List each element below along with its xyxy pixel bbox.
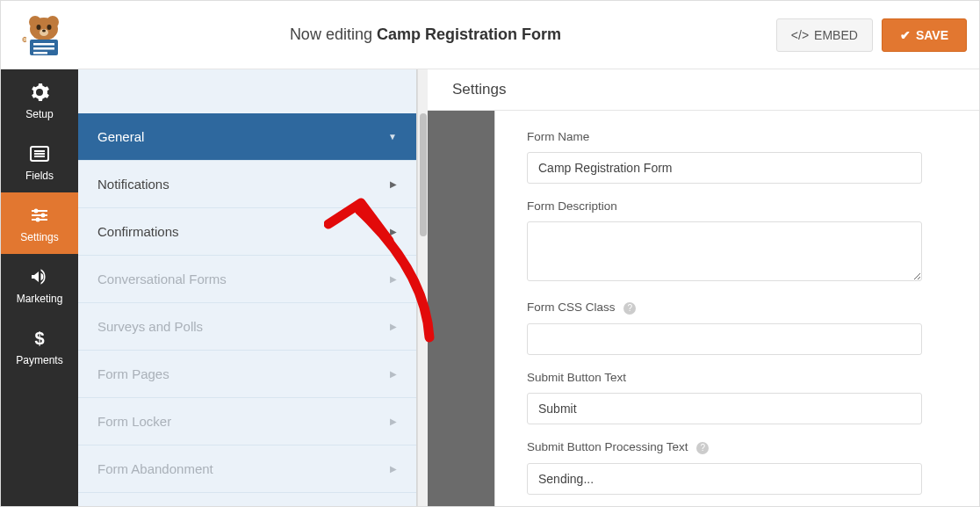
chevron-right-icon: ▶ bbox=[390, 416, 397, 426]
form-css-label: Form CSS Class ? bbox=[527, 301, 948, 315]
main-nav: Setup Fields Settings Marketing bbox=[1, 69, 78, 506]
scrollbar[interactable] bbox=[417, 69, 428, 506]
nav-fields[interactable]: Fields bbox=[1, 131, 78, 192]
settings-sidebar: General ▼ Notifications ▶ Confirmations … bbox=[78, 69, 428, 506]
svg-point-20 bbox=[36, 218, 40, 222]
check-icon: ✔ bbox=[900, 28, 911, 42]
svg-point-3 bbox=[37, 25, 41, 30]
settings-item-form-locker[interactable]: Form Locker ▶ bbox=[78, 398, 416, 445]
sliders-icon bbox=[29, 205, 50, 226]
content-area: Settings Form Name Form Description bbox=[428, 69, 979, 506]
app-logo bbox=[13, 9, 75, 62]
nav-setup-label: Setup bbox=[25, 108, 53, 120]
chevron-right-icon: ▶ bbox=[390, 369, 397, 379]
nav-settings[interactable]: Settings bbox=[1, 192, 78, 254]
settings-item-label: Conversational Forms bbox=[97, 272, 227, 286]
svg-point-16 bbox=[34, 209, 39, 214]
form-css-input[interactable] bbox=[527, 323, 922, 355]
settings-item-label: Confirmations bbox=[97, 224, 179, 239]
content-title: Settings bbox=[428, 69, 979, 111]
form-name-label: Form Name bbox=[527, 130, 948, 143]
save-button[interactable]: ✔ SAVE bbox=[882, 18, 967, 52]
nav-settings-label: Settings bbox=[20, 231, 58, 243]
settings-item-label: Form Locker bbox=[97, 414, 171, 429]
bullhorn-icon bbox=[29, 266, 50, 287]
embed-button-label: EMBED bbox=[814, 28, 858, 42]
save-button-label: SAVE bbox=[916, 28, 948, 42]
submit-text-input[interactable] bbox=[527, 393, 922, 424]
nav-payments[interactable]: $ Payments bbox=[1, 315, 78, 377]
settings-item-label: Form Pages bbox=[97, 366, 169, 381]
svg-text:$: $ bbox=[34, 329, 44, 348]
help-icon[interactable]: ? bbox=[696, 442, 709, 454]
settings-item-conversational-forms[interactable]: Conversational Forms ▶ bbox=[78, 256, 416, 303]
list-icon bbox=[29, 143, 50, 164]
submit-text-label: Submit Button Text bbox=[527, 371, 948, 384]
nav-setup[interactable]: Setup bbox=[1, 69, 78, 131]
settings-item-label: Surveys and Polls bbox=[97, 319, 203, 334]
settings-item-label: Notifications bbox=[97, 177, 169, 192]
svg-rect-9 bbox=[33, 47, 54, 50]
settings-item-surveys-polls[interactable]: Surveys and Polls ▶ bbox=[78, 303, 416, 351]
gear-icon bbox=[29, 82, 50, 103]
nav-fields-label: Fields bbox=[25, 170, 54, 182]
chevron-right-icon: ▶ bbox=[390, 274, 397, 284]
form-description-label: Form Description bbox=[527, 199, 948, 213]
dollar-icon: $ bbox=[29, 328, 50, 349]
chevron-right-icon: ▶ bbox=[390, 322, 397, 331]
nav-marketing[interactable]: Marketing bbox=[1, 254, 78, 315]
content-gutter bbox=[428, 111, 461, 506]
nav-payments-label: Payments bbox=[16, 354, 62, 366]
submit-processing-label: Submit Button Processing Text ? bbox=[527, 440, 948, 454]
settings-item-notifications[interactable]: Notifications ▶ bbox=[78, 161, 416, 208]
scrollbar-thumb[interactable] bbox=[420, 113, 427, 236]
chevron-right-icon: ▶ bbox=[390, 179, 397, 189]
settings-item-label: General bbox=[97, 129, 144, 144]
svg-point-18 bbox=[41, 214, 46, 218]
settings-item-form-pages[interactable]: Form Pages ▶ bbox=[78, 351, 416, 398]
chevron-right-icon: ▶ bbox=[390, 227, 397, 236]
settings-form: Form Name Form Description Form CSS Clas… bbox=[494, 111, 979, 506]
chevron-down-icon: ▼ bbox=[388, 132, 397, 141]
settings-item-general[interactable]: General ▼ bbox=[78, 113, 416, 161]
svg-rect-8 bbox=[33, 43, 54, 46]
editing-title: Now editing Camp Registration Form bbox=[75, 25, 776, 44]
settings-item-form-abandonment[interactable]: Form Abandonment ▶ bbox=[78, 445, 416, 493]
settings-item-label: Form Abandonment bbox=[97, 461, 213, 476]
submit-processing-input[interactable] bbox=[527, 463, 922, 495]
topbar: Now editing Camp Registration Form </> E… bbox=[1, 1, 979, 69]
code-icon: </> bbox=[791, 28, 809, 42]
svg-point-6 bbox=[42, 29, 46, 32]
settings-item-confirmations[interactable]: Confirmations ▶ bbox=[78, 208, 416, 256]
form-description-input[interactable] bbox=[527, 221, 922, 281]
svg-rect-10 bbox=[33, 52, 47, 54]
help-icon[interactable]: ? bbox=[623, 302, 636, 315]
embed-button[interactable]: </> EMBED bbox=[776, 18, 873, 52]
chevron-right-icon: ▶ bbox=[390, 464, 397, 474]
editing-prefix: Now editing bbox=[290, 25, 377, 43]
form-title: Camp Registration Form bbox=[377, 25, 561, 43]
form-name-input[interactable] bbox=[527, 152, 922, 184]
nav-marketing-label: Marketing bbox=[17, 293, 63, 305]
svg-point-4 bbox=[47, 25, 52, 30]
